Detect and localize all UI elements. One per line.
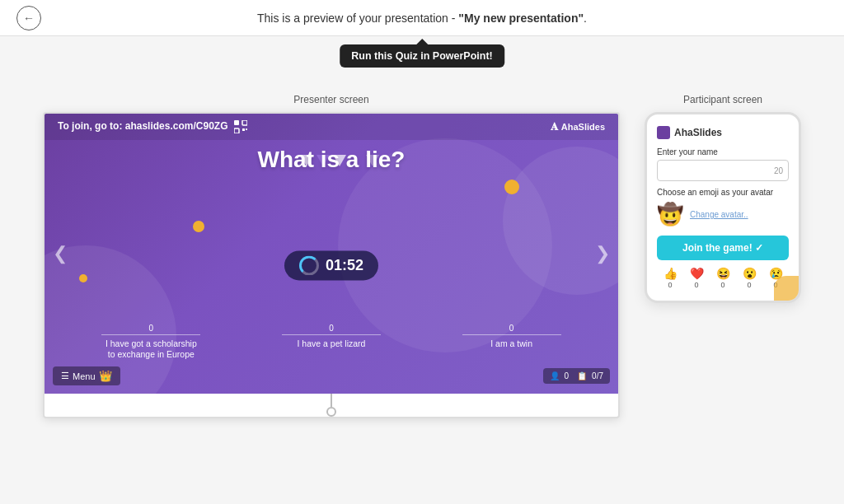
phone-logo-icon [657,126,670,139]
powerpoint-tooltip[interactable]: Run this Quiz in PowerPoint! [340,44,504,68]
participant-count-badge: 👤 0 📋 0/7 [543,368,610,384]
answer-2-bar [282,334,381,335]
participant-label: Participant screen [683,94,762,105]
answer-2: 0 I have a pet lizard [282,324,381,361]
people-icon: 👤 [550,371,560,380]
qr-icon [234,120,247,133]
phone-logo: AhaSlides [657,126,789,139]
presentation-name: "My new presentation" [458,12,584,25]
menu-icon: ☰ [61,371,69,381]
wow-count: 0 [747,281,751,289]
stand-line [331,394,332,407]
svg-rect-1 [242,120,247,125]
participant-section: Participant screen AhaSlides Enter your … [645,94,801,303]
heart-emoji: ❤️ [690,267,704,280]
name-input[interactable]: 20 [657,160,789,181]
presenter-toolbar: ☰ Menu 👑 👤 0 📋 0/7 [53,366,610,385]
question-title: What is a lie? [45,147,618,173]
reaction-wow[interactable]: 😮 0 [743,267,757,289]
menu-label: Menu [73,371,96,381]
prev-slide-button[interactable]: ❮ [53,243,68,264]
period: . [584,12,587,25]
menu-button[interactable]: ☰ Menu 👑 [53,366,120,385]
join-text: To join, go to: ahaslides.com/C90ZG [58,120,247,133]
answer-3-label: I am a twin [490,338,532,350]
thumbsup-count: 0 [668,281,672,289]
reaction-laugh[interactable]: 😆 0 [716,267,730,289]
reaction-row: 👍 0 ❤️ 0 😆 0 😮 0 [657,267,789,289]
svg-rect-4 [246,128,247,130]
presenter-label: Presenter screen [293,94,368,105]
gold-dot-3 [504,180,519,194]
laugh-count: 0 [720,281,724,289]
timer-badge: 01:52 [284,250,378,280]
participant-frame: AhaSlides Enter your name 20 Choose an e… [645,112,801,303]
join-url: To join, go to: ahaslides.com/C90ZG [58,120,227,132]
gold-dot-2 [79,274,87,282]
phone-deco [774,276,799,301]
slide-icon: 📋 [577,371,587,380]
heart-count: 0 [694,281,698,289]
answer-1-count: 0 [149,324,154,333]
screens-row: Presenter screen [16,94,828,418]
reaction-heart[interactable]: ❤️ 0 [690,267,704,289]
answer-3-bar [462,334,561,335]
gold-dot-1 [193,221,204,232]
preview-title: This is a preview of your presentation -… [257,12,587,25]
answer-2-count: 0 [329,324,334,333]
participant-count-value: 0 [565,371,570,380]
presenter-frame: To join, go to: ahaslides.com/C90ZG [43,112,620,418]
slide-count-value: 0/7 [592,371,603,380]
join-bar: To join, go to: ahaslides.com/C90ZG [45,114,618,140]
svg-rect-2 [234,128,239,133]
logo-symbol: 𝐀 [551,120,558,133]
name-field-label: Enter your name [657,147,789,156]
presenter-inner: To join, go to: ahaslides.com/C90ZG [45,114,618,394]
next-slide-button[interactable]: ❯ [595,243,610,264]
preview-label: This is a preview of your presentation - [257,12,458,25]
change-avatar-link[interactable]: Change avatar.. [690,210,748,219]
timer-value: 01:52 [326,257,363,274]
avatar-emoji[interactable]: 🤠 [657,202,683,227]
tooltip-label: Run this Quiz in PowerPoint! [351,50,493,62]
join-game-button[interactable]: Join the game! ✓ [657,236,789,260]
svg-rect-3 [242,128,245,131]
answer-3-count: 0 [509,324,514,333]
char-count: 20 [774,166,783,175]
answer-1: 0 I have got a scholarshipto exchange in… [101,324,200,361]
svg-rect-0 [234,120,239,125]
phone-logo-text: AhaSlides [674,127,722,138]
back-button[interactable]: ← [16,6,41,30]
answer-3: 0 I am a twin [462,324,561,361]
answer-1-label: I have got a scholarshipto exchange in E… [106,338,197,361]
laugh-emoji: 😆 [716,267,730,280]
timer-ring [299,255,319,275]
avatar-row: 🤠 Change avatar.. [657,202,789,227]
presenter-section: Presenter screen [43,94,620,418]
answer-2-label: I have a pet lizard [298,338,366,350]
menu-avatar-icon: 👑 [99,370,112,382]
stand-circle [326,407,336,417]
answer-1-bar [101,334,200,335]
ahaslides-logo: 𝐀 AhaSlides [551,120,605,133]
top-bar: ← This is a preview of your presentation… [0,0,844,36]
wow-emoji: 😮 [743,267,757,280]
emoji-label: Choose an emoji as your avatar [657,188,789,197]
projector-stand [45,394,618,417]
answer-bars: 0 I have got a scholarshipto exchange in… [45,324,618,361]
main-content: Run this Quiz in PowerPoint! Presenter s… [0,36,844,418]
thumbsup-emoji: 👍 [663,267,678,280]
reaction-thumbsup[interactable]: 👍 0 [663,267,678,289]
logo-text: AhaSlides [561,122,605,132]
